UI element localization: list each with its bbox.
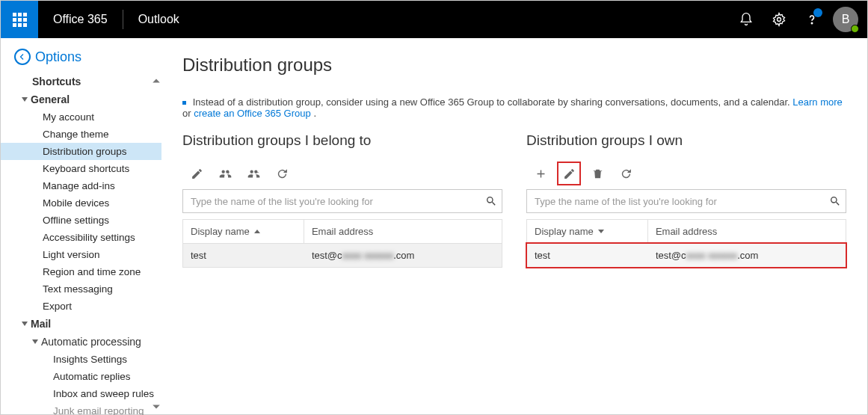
brand-label[interactable]: Office 365	[38, 13, 123, 26]
help-icon[interactable]	[795, 1, 828, 38]
create-group-link[interactable]: create an Office 365 Group	[194, 108, 311, 119]
svg-rect-2	[255, 172, 258, 173]
back-arrow-icon	[14, 49, 31, 65]
sidebar-item-region-timezone[interactable]: Region and time zone	[1, 263, 161, 280]
sidebar-general[interactable]: General	[1, 90, 161, 108]
sidebar-item-change-theme[interactable]: Change theme	[1, 126, 161, 143]
refresh-icon[interactable]	[618, 165, 634, 182]
add-icon[interactable]	[532, 165, 549, 182]
heading-own: Distribution groups I own	[526, 132, 846, 149]
sidebar-item-light-version[interactable]: Light version	[1, 246, 161, 263]
search-icon[interactable]	[485, 195, 497, 207]
learn-more-link[interactable]: Learn more	[792, 96, 842, 108]
sidebar-item-junk-email-reporting[interactable]: Junk email reporting	[1, 402, 161, 415]
table-row[interactable]: test test@cxxxx xxxxxx.com	[183, 244, 502, 267]
sidebar-item-accessibility-settings[interactable]: Accessibility settings	[1, 229, 161, 246]
sidebar-item-offline-settings[interactable]: Offline settings	[1, 212, 161, 229]
table-belong: Display name Email address test test@cxx…	[182, 219, 502, 268]
sidebar-item-keyboard-shortcuts[interactable]: Keyboard shortcuts	[1, 160, 161, 177]
refresh-icon[interactable]	[274, 165, 290, 182]
sidebar-item-inbox-sweep-rules[interactable]: Inbox and sweep rules	[1, 385, 161, 402]
search-icon[interactable]	[829, 195, 841, 207]
info-tip: Instead of a distribution group, conside…	[182, 96, 846, 119]
sidebar-item-export[interactable]: Export	[1, 298, 161, 315]
caret-down-icon	[22, 322, 28, 326]
notifications-icon[interactable]	[730, 1, 763, 38]
cell-name: test	[527, 244, 648, 267]
top-bar: Office 365 Outlook B	[1, 1, 867, 38]
app-label[interactable]: Outlook	[123, 13, 194, 26]
panel-groups-belong: Distribution groups I belong to	[182, 132, 502, 268]
table-own: Display name Email address test test@cxx…	[526, 219, 846, 268]
panel-groups-own: Distribution groups I own	[526, 132, 846, 268]
col-header-name[interactable]: Display name	[183, 220, 304, 243]
caret-down-icon	[22, 97, 28, 102]
table-row[interactable]: test test@cxxxx xxxxxx.com	[527, 244, 846, 267]
settings-icon[interactable]	[763, 1, 795, 38]
svg-point-0	[778, 18, 781, 22]
bullet-icon	[182, 101, 186, 105]
avatar[interactable]: B	[833, 7, 858, 32]
sidebar-item-automatic-replies[interactable]: Automatic replies	[1, 368, 161, 385]
edit-icon[interactable]	[561, 165, 577, 182]
app-launcher-icon[interactable]	[1, 1, 38, 38]
sidebar-item-text-messaging[interactable]: Text messaging	[1, 280, 161, 298]
content: Distribution groups Instead of a distrib…	[161, 38, 867, 414]
join-group-icon[interactable]	[217, 165, 233, 182]
leave-group-icon[interactable]	[245, 165, 262, 182]
cell-name: test	[183, 244, 304, 267]
col-header-email[interactable]: Email address	[648, 220, 846, 243]
toolbar-own	[526, 165, 846, 182]
search-input-own[interactable]	[535, 196, 829, 207]
page-title: Distribution groups	[182, 55, 846, 76]
search-own[interactable]	[526, 189, 846, 213]
heading-belong: Distribution groups I belong to	[182, 132, 502, 149]
search-belong[interactable]	[182, 189, 502, 213]
sidebar-item-my-account[interactable]: My account	[1, 108, 161, 126]
presence-badge-icon	[851, 25, 859, 33]
col-header-name[interactable]: Display name	[527, 220, 648, 243]
help-badge-icon	[813, 8, 822, 17]
sidebar: Options Shortcuts General My account Cha…	[1, 38, 161, 414]
back-button[interactable]: Options	[1, 49, 161, 73]
toolbar-belong	[182, 165, 502, 182]
scroll-up-icon[interactable]	[151, 76, 161, 86]
search-input-belong[interactable]	[191, 196, 485, 207]
avatar-initial: B	[842, 13, 850, 26]
scroll-down-icon[interactable]	[151, 402, 161, 412]
cell-email: test@cxxxx xxxxxx.com	[304, 244, 502, 267]
sidebar-item-distribution-groups[interactable]: Distribution groups	[1, 143, 161, 160]
sidebar-item-mobile-devices[interactable]: Mobile devices	[1, 194, 161, 212]
sort-asc-icon	[254, 230, 260, 233]
sidebar-item-manage-addins[interactable]: Manage add-ins	[1, 177, 161, 194]
col-header-email[interactable]: Email address	[304, 220, 502, 243]
sidebar-mail[interactable]: Mail	[1, 315, 161, 333]
cell-email: test@cxxxx xxxxxx.com	[648, 244, 846, 267]
sidebar-item-insights-settings[interactable]: Insights Settings	[1, 351, 161, 368]
sidebar-automatic-processing[interactable]: Automatic processing	[1, 333, 161, 351]
sidebar-shortcuts[interactable]: Shortcuts	[1, 73, 161, 90]
edit-icon[interactable]	[188, 165, 205, 182]
caret-down-icon	[32, 339, 38, 344]
delete-icon[interactable]	[589, 165, 606, 182]
svg-point-1	[811, 22, 812, 23]
sort-desc-icon	[598, 230, 604, 233]
back-label: Options	[35, 49, 81, 65]
